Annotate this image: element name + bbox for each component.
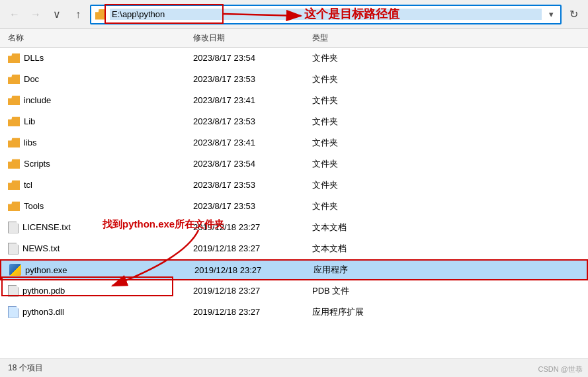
file-date-cell: 2023/8/17 23:53 [190,180,310,190]
file-name: tcl [24,180,32,190]
file-date-cell: 2023/8/17 23:53 [190,74,310,84]
file-date-cell: 2023/8/17 23:53 [190,116,310,126]
file-icon [8,243,19,255]
file-name-cell: Tools [5,201,190,211]
address-folder-icon [95,9,106,20]
dropdown-icon: ∨ [53,8,61,21]
back-button[interactable]: ← [5,5,24,24]
file-type-cell: 文件夹 [310,179,409,191]
dll-icon [8,306,19,318]
file-date-cell: 2023/8/17 23:41 [190,138,310,147]
file-date-cell: 2019/12/18 23:27 [190,286,310,296]
file-date-cell: 2023/8/17 23:53 [190,201,310,211]
folder-icon [8,116,20,126]
file-date-cell: 2019/12/18 23:27 [190,243,310,253]
table-row[interactable]: Scripts 2023/8/17 23:54 文件夹 [0,153,588,175]
file-name: python.exe [25,265,67,275]
file-name: Doc [24,74,39,84]
address-bar[interactable]: E:\app\python ▾ [90,5,562,24]
address-dropdown-button[interactable]: ▾ [546,5,556,24]
file-name-cell: python3.dll [5,306,190,318]
forward-button[interactable]: → [26,5,45,24]
file-name: LICENSE.txt [22,222,71,232]
file-rows-container: DLLs 2023/8/17 23:54 文件夹 Doc 2023/8/17 2… [0,48,588,323]
table-row[interactable]: tcl 2023/8/17 23:53 文件夹 [0,175,588,196]
file-date-cell: 2019/12/18 23:27 [192,265,311,275]
col-type-header[interactable]: 类型 [310,32,409,44]
file-date-cell: 2023/8/17 23:54 [190,159,310,169]
file-type-cell: 文件夹 [310,200,409,212]
file-name-cell: Doc [5,74,190,84]
table-row[interactable]: python.exe 2019/12/18 23:27 应用程序 [0,259,588,280]
file-type-cell: 文件夹 [310,73,409,85]
col-date-header[interactable]: 修改日期 [190,32,310,44]
table-row[interactable]: Tools 2023/8/17 23:53 文件夹 [0,196,588,217]
file-date-cell: 2023/8/17 23:54 [190,53,310,63]
status-bar: 18 个项目 [0,358,588,377]
table-row[interactable]: NEWS.txt 2019/12/18 23:27 文本文档 [0,238,588,259]
column-headers: 名称 修改日期 类型 [0,29,588,48]
file-name-cell: DLLs [5,53,190,63]
file-name: libs [24,138,37,147]
folder-icon [8,74,20,84]
file-type-cell: 文件夹 [310,95,409,106]
file-name: DLLs [24,53,44,63]
file-list: 名称 修改日期 类型 DLLs 2023/8/17 23:54 文件夹 Doc … [0,29,588,358]
file-name-cell: Lib [5,116,190,126]
table-row[interactable]: include 2023/8/17 23:41 文件夹 [0,90,588,111]
refresh-button[interactable]: ↻ [564,5,583,24]
file-name: python3.dll [22,307,64,317]
file-icon [8,222,19,233]
file-type-cell: 应用程序 [311,264,410,276]
file-type-cell: 文件夹 [310,158,409,170]
folder-icon [8,180,20,190]
refresh-icon: ↻ [569,8,578,21]
table-row[interactable]: Doc 2023/8/17 23:53 文件夹 [0,69,588,90]
file-type-cell: 应用程序扩展 [310,306,409,318]
file-name: NEWS.txt [22,243,60,253]
content-area: 名称 修改日期 类型 DLLs 2023/8/17 23:54 文件夹 Doc … [0,29,588,358]
file-name-cell: LICENSE.txt [5,222,190,233]
file-type-cell: 文件夹 [310,116,409,128]
file-name: include [24,95,51,105]
col-name-header[interactable]: 名称 [5,32,190,44]
file-name: Scripts [24,159,50,169]
table-row[interactable]: python.pdb 2019/12/18 23:27 PDB 文件 [0,280,588,302]
file-name-cell: NEWS.txt [5,243,190,255]
file-name-cell: include [5,95,190,105]
table-row[interactable]: LICENSE.txt 2019/12/18 23:27 文本文档 [0,217,588,238]
file-type-cell: PDB 文件 [310,285,409,297]
address-text: E:\app\python [110,9,542,20]
file-name-cell: tcl [5,180,190,190]
nav-bar: ← → ∨ ↑ E:\app\python ▾ ↻ [0,0,588,29]
table-row[interactable]: Lib 2023/8/17 23:53 文件夹 [0,111,588,132]
item-count: 18 个项目 [8,362,43,374]
file-name: Lib [24,116,35,126]
table-row[interactable]: DLLs 2023/8/17 23:54 文件夹 [0,48,588,69]
dropdown-button[interactable]: ∨ [48,5,66,24]
file-type-cell: 文本文档 [310,243,409,255]
folder-icon [8,138,20,147]
folder-icon [8,159,20,169]
file-type-cell: 文件夹 [310,52,409,64]
file-icon [8,285,19,297]
folder-icon [8,95,20,105]
up-icon: ↑ [75,9,81,21]
file-name-cell: python.exe [7,264,192,276]
file-type-cell: 文本文档 [310,222,409,233]
file-name: python.pdb [22,286,65,296]
file-date-cell: 2019/12/18 23:27 [190,307,310,317]
folder-icon [8,53,20,63]
file-name-cell: libs [5,138,190,147]
file-name-cell: python.pdb [5,285,190,297]
up-button[interactable]: ↑ [69,5,87,24]
file-date-cell: 2023/8/17 23:41 [190,95,310,105]
folder-icon [8,201,20,211]
forward-icon: → [30,9,41,21]
back-icon: ← [9,9,20,21]
file-name-cell: Scripts [5,159,190,169]
file-date-cell: 2019/12/18 23:27 [190,222,310,232]
table-row[interactable]: libs 2023/8/17 23:41 文件夹 [0,132,588,153]
exe-icon [9,264,21,276]
table-row[interactable]: python3.dll 2019/12/18 23:27 应用程序扩展 [0,302,588,323]
